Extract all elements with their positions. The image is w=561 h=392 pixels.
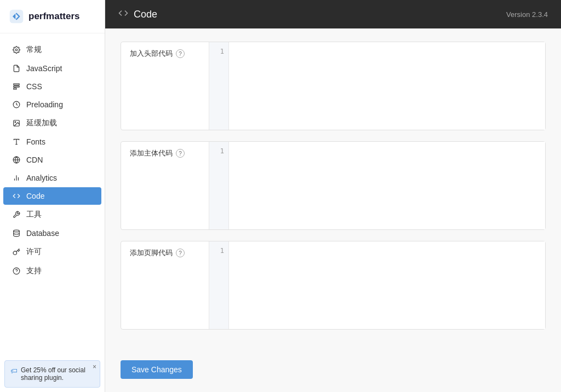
footer-code-textarea[interactable] — [229, 241, 545, 329]
bar-chart-icon — [12, 174, 21, 182]
svg-point-4 — [15, 122, 16, 123]
sidebar-item-preloading[interactable]: Preloading — [3, 96, 101, 113]
head-code-label-text: 加入头部代码 — [130, 49, 173, 59]
main-content: Code Version 2.3.4 加入头部代码 ? 1 添加主体代码 ? 1 — [105, 0, 561, 392]
database-icon — [12, 229, 21, 238]
save-changes-button[interactable]: Save Changes — [121, 360, 193, 379]
key-icon — [12, 247, 21, 256]
wrench-icon — [12, 210, 21, 219]
sidebar: perfmatters 常规 JavaScript CSS — [0, 0, 105, 392]
body-code-section: 添加主体代码 ? 1 — [121, 141, 546, 230]
sidebar-item-javascript[interactable]: JavaScript — [3, 60, 101, 77]
head-code-textarea[interactable] — [229, 42, 545, 130]
sidebar-label-analytics: Analytics — [26, 174, 57, 182]
footer-code-label: 添加页脚代码 ? — [121, 241, 209, 264]
sidebar-label-lazyload: 延缓加载 — [26, 118, 57, 128]
svg-point-1 — [15, 49, 18, 51]
svg-rect-0 — [10, 10, 24, 24]
sidebar-label-support: 支持 — [26, 266, 42, 276]
sidebar-item-tools[interactable]: 工具 — [3, 205, 101, 224]
content-area: 加入头部代码 ? 1 添加主体代码 ? 1 添加页脚代码 ? — [105, 28, 561, 351]
head-code-editor: 1 — [209, 42, 545, 130]
font-icon — [12, 137, 21, 146]
sidebar-label-general: 常规 — [26, 45, 42, 55]
sidebar-label-cdn: CDN — [26, 155, 43, 164]
top-header: Code Version 2.3.4 — [105, 0, 561, 28]
sidebar-label-tools: 工具 — [26, 210, 42, 220]
help-circle-icon — [12, 267, 21, 275]
sidebar-item-fonts[interactable]: Fonts — [3, 133, 101, 151]
head-code-line-numbers: 1 — [209, 42, 229, 130]
head-code-section: 加入头部代码 ? 1 — [121, 42, 546, 130]
sidebar-item-analytics[interactable]: Analytics — [3, 169, 101, 187]
promo-banner: 🏷 Get 25% off our social sharing plugin.… — [4, 360, 100, 388]
sidebar-item-support[interactable]: 支持 — [3, 262, 101, 280]
body-code-editor: 1 — [209, 142, 545, 229]
sidebar-item-database[interactable]: Database — [3, 224, 101, 242]
svg-point-12 — [14, 230, 20, 232]
sidebar-label-fonts: Fonts — [26, 137, 45, 146]
promo-text: Get 25% off our social sharing plugin. — [21, 366, 94, 382]
sidebar-nav: 常规 JavaScript CSS Preloading — [0, 33, 105, 356]
sidebar-logo: perfmatters — [0, 0, 105, 33]
page-title: Code — [118, 8, 157, 20]
sidebar-label-preloading: Preloading — [26, 100, 63, 109]
sidebar-label-code: Code — [26, 192, 44, 200]
file-js-icon — [12, 64, 21, 73]
promo-icon: 🏷 — [10, 367, 18, 375]
footer-code-line-numbers: 1 — [209, 241, 229, 329]
logo-icon — [9, 9, 24, 24]
image-icon — [12, 119, 21, 128]
body-code-line-numbers: 1 — [209, 142, 229, 229]
clock-icon — [12, 100, 21, 109]
footer-code-help-icon[interactable]: ? — [176, 249, 185, 257]
sidebar-item-css[interactable]: CSS — [3, 78, 101, 95]
head-code-help-icon[interactable]: ? — [176, 49, 185, 58]
sidebar-item-general[interactable]: 常规 — [3, 41, 101, 59]
css-icon — [12, 82, 21, 91]
promo-close-button[interactable]: × — [93, 363, 96, 371]
settings-icon — [12, 45, 21, 54]
app-logo-text: perfmatters — [28, 11, 80, 22]
sidebar-label-license: 许可 — [26, 247, 42, 257]
code-icon — [12, 192, 21, 200]
body-code-help-icon[interactable]: ? — [176, 149, 185, 158]
sidebar-item-code[interactable]: Code — [3, 187, 101, 205]
body-code-textarea[interactable] — [229, 142, 545, 229]
body-code-label-text: 添加主体代码 — [130, 148, 173, 158]
sidebar-item-cdn[interactable]: CDN — [3, 151, 101, 169]
sidebar-label-css: CSS — [26, 82, 42, 91]
sidebar-label-javascript: JavaScript — [26, 64, 62, 73]
footer-actions: Save Changes — [105, 351, 561, 392]
head-code-label: 加入头部代码 ? — [121, 42, 209, 65]
sidebar-item-lazyload[interactable]: 延缓加载 — [3, 114, 101, 132]
footer-code-label-text: 添加页脚代码 — [130, 248, 173, 258]
version-label: Version 2.3.4 — [506, 10, 548, 19]
globe-icon — [12, 155, 21, 164]
footer-code-editor: 1 — [209, 241, 545, 329]
header-title-text: Code — [134, 9, 157, 20]
header-code-icon — [118, 8, 128, 20]
footer-code-section: 添加页脚代码 ? 1 — [121, 241, 546, 330]
sidebar-item-license[interactable]: 许可 — [3, 243, 101, 261]
body-code-label: 添加主体代码 ? — [121, 142, 209, 165]
sidebar-label-database: Database — [26, 229, 59, 238]
